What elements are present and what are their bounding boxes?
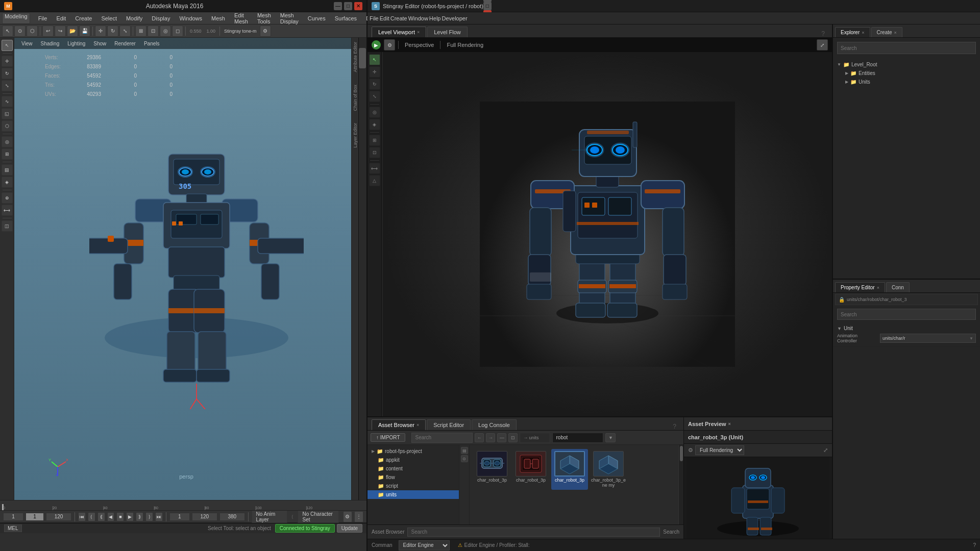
viewport-perspective-label[interactable]: Perspective (402, 41, 437, 49)
timeline-range-start[interactable] (169, 513, 190, 521)
viewport-view-menu[interactable]: View (18, 40, 36, 47)
tab-level-flow[interactable]: Level Flow (427, 27, 468, 37)
sr-menu-edit[interactable]: Edit (380, 15, 389, 21)
menu-select[interactable]: Select (97, 14, 121, 22)
stingray-3d-viewport[interactable] (383, 52, 832, 416)
maya-minimize-btn[interactable]: — (334, 2, 342, 10)
asset-grid-scrollbar[interactable] (678, 445, 683, 524)
tab-lv-close[interactable]: × (417, 30, 420, 35)
viewport-settings-btn[interactable]: ⚙ (384, 39, 395, 51)
asset-preview-close[interactable]: × (728, 421, 731, 427)
tool-stingray-settings[interactable]: ⚙ (260, 26, 271, 37)
timeline-current-input[interactable] (26, 513, 44, 521)
light-tool-btn[interactable]: ◈ (2, 177, 13, 188)
asset-item-char-robot-mesh[interactable]: char_robot_3p (474, 449, 510, 490)
viewport-expand-btn[interactable]: ⤢ (817, 39, 828, 51)
sr-menu-file[interactable]: File (370, 15, 379, 21)
viewport-panels-menu[interactable]: Panels (141, 40, 163, 47)
tool-snap-view[interactable]: ◻ (172, 26, 183, 37)
asset-item-char-robot-unit-2[interactable]: char_robot_3p (551, 449, 588, 490)
prop-search-input[interactable] (837, 309, 976, 320)
sr-triangle-btn[interactable]: △ (369, 175, 380, 186)
tool-move[interactable]: ✛ (95, 26, 106, 37)
stingray-minimize-btn[interactable]: — (483, 0, 492, 2)
viewport-lighting-menu[interactable]: Lighting (64, 40, 88, 47)
status-help-btn[interactable]: ? (973, 542, 976, 548)
sr-snap-tool[interactable]: ⊞ (369, 135, 380, 146)
tab-asset-browser[interactable]: Asset Browser × (372, 419, 426, 430)
timeline-end-display[interactable] (46, 513, 71, 521)
menu-create[interactable]: Create (71, 14, 96, 22)
timeline-range-end-input[interactable] (192, 513, 217, 521)
maya-close-btn[interactable]: ✕ (354, 2, 362, 10)
transport-next-key[interactable]: ⟫ (136, 512, 143, 521)
tool-scale[interactable]: ⤡ (119, 26, 131, 37)
timeline-settings-btn[interactable]: ⚙ (343, 511, 352, 522)
menu-mesh-tools[interactable]: Mesh Tools (253, 11, 275, 26)
anim-ctrl-value[interactable]: units/char/r ▼ (880, 334, 976, 343)
tool-rotate[interactable]: ↻ (107, 26, 118, 37)
explorer-search-input[interactable] (837, 42, 976, 54)
measure-tool-btn[interactable]: ⟷ (2, 205, 13, 216)
transport-go-start[interactable]: ⏮ (78, 512, 86, 521)
unit-section-header[interactable]: ▼ Unit (837, 324, 976, 332)
scale-tool-btn[interactable]: ⤡ (2, 80, 13, 91)
timeline-anim-end[interactable] (219, 513, 245, 521)
surface-tool-btn[interactable]: ◱ (2, 108, 13, 119)
tab-ab-close[interactable]: × (416, 422, 419, 428)
explorer-tab-close[interactable]: × (862, 30, 864, 35)
sr-camera-tool[interactable]: ◎ (369, 107, 380, 118)
menu-mesh-display[interactable]: Mesh Display (276, 11, 303, 26)
filter-toggle-btn[interactable]: ⊙ (461, 455, 468, 462)
folder-toggle-btn[interactable]: ▤ (461, 447, 468, 454)
filter-options-btn[interactable]: ▼ (605, 433, 616, 442)
sr-light-tool[interactable]: ◈ (369, 119, 380, 130)
sr-move-tool[interactable]: ✛ (369, 66, 380, 78)
create-tab[interactable]: Create × (871, 27, 902, 37)
bottom-panel-help[interactable]: ? (670, 423, 679, 430)
viewport-renderer-menu[interactable]: Renderer (111, 40, 139, 47)
transport-next-frame[interactable]: ⟩ (145, 512, 153, 521)
timeline-extra-btn[interactable]: ⋮ (354, 511, 363, 522)
lattice-tool-btn[interactable]: ⊞ (2, 148, 13, 160)
tree-item-script[interactable]: 📁 script (368, 482, 459, 490)
transport-play-back[interactable]: ◀ (107, 512, 115, 521)
tool-lasso[interactable]: ⊙ (14, 26, 26, 37)
prop-editor-tab[interactable]: Property Editor × (835, 282, 885, 292)
timeline-start-input[interactable] (3, 513, 23, 521)
viewport-show-menu[interactable]: Show (90, 40, 109, 47)
nav-home-btn[interactable]: ⊡ (508, 433, 518, 442)
asset-browser-search[interactable] (411, 433, 473, 443)
transport-stop[interactable]: ■ (116, 512, 124, 521)
stingray-maximize-btn[interactable]: □ (483, 2, 492, 10)
preview-render-select[interactable]: Full Rendering (695, 445, 744, 455)
tree-item-units[interactable]: 📁 units (368, 490, 459, 499)
asset-preview-3d[interactable] (684, 457, 832, 539)
place-tool-btn[interactable]: ⊕ (2, 192, 13, 204)
layer-editor-tab[interactable]: Layer Editor (352, 119, 359, 152)
tab-log-console[interactable]: Log Console (472, 419, 517, 430)
conn-tab[interactable]: Conn (886, 282, 910, 292)
anim-layer-dropdown[interactable]: No Anim Layer (252, 510, 288, 524)
prop-editor-close[interactable]: × (877, 285, 879, 290)
sr-menu-developer[interactable]: Developer (442, 15, 467, 21)
viewport-scrollbar-v[interactable] (358, 38, 366, 500)
tool-redo[interactable]: ↪ (55, 26, 66, 37)
menu-curves[interactable]: Curves (304, 14, 330, 22)
tool-open[interactable]: 📂 (67, 26, 78, 37)
tab-level-viewport[interactable]: Level Viewport × (372, 27, 426, 37)
sr-rotate-tool[interactable]: ↻ (369, 79, 380, 90)
transport-go-end[interactable]: ⏭ (155, 512, 163, 521)
tool-select[interactable]: ↖ (2, 26, 13, 37)
asset-scroll-thumb[interactable] (680, 446, 683, 461)
tree-item-root[interactable]: ▶ 📁 robot-fps-project (368, 447, 459, 456)
rotate-tool-btn[interactable]: ↻ (2, 68, 13, 79)
explorer-tab[interactable]: Explorer × (835, 27, 870, 37)
curve-tool-btn[interactable]: ∿ (2, 96, 13, 107)
tab-script-editor[interactable]: Script Editor (427, 419, 471, 430)
move-tool-btn[interactable]: ✛ (2, 56, 13, 67)
menu-edit[interactable]: Edit (52, 14, 70, 22)
transport-prev-frame[interactable]: ⟨ (88, 512, 95, 521)
create-tab-close[interactable]: × (894, 30, 897, 35)
preview-expand-btn[interactable]: ⤢ (823, 447, 828, 454)
